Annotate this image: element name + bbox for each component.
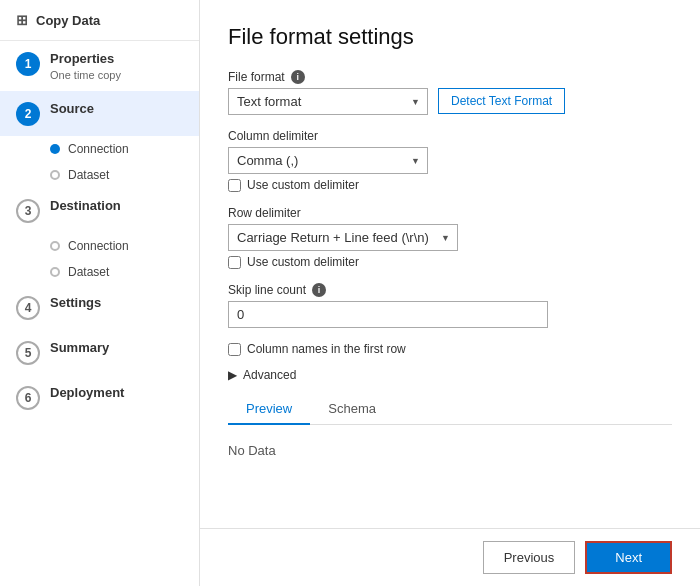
column-delimiter-select[interactable]: Comma (,) Tab (\t) Semicolon (;) Pipe (|… <box>228 147 428 174</box>
file-format-select-wrapper: Text format JSON format Avro format ORC … <box>228 88 428 115</box>
step-6-label: Deployment <box>50 385 124 402</box>
dest-dataset-dot <box>50 267 60 277</box>
file-format-select[interactable]: Text format JSON format Avro format ORC … <box>228 88 428 115</box>
step-circle-2: 2 <box>16 102 40 126</box>
connection-label: Connection <box>68 142 129 156</box>
step-1-label: Properties <box>50 51 121 68</box>
column-custom-delimiter-checkbox[interactable] <box>228 179 241 192</box>
sidebar-sub-connection[interactable]: Connection <box>0 136 199 162</box>
row-custom-delimiter-label: Use custom delimiter <box>247 255 359 269</box>
page-title: File format settings <box>228 24 672 50</box>
step-1-subtitle: One time copy <box>50 69 121 81</box>
copy-data-icon: ⊞ <box>16 12 28 28</box>
sidebar-item-properties[interactable]: 1 Properties One time copy <box>0 41 199 91</box>
step-circle-5: 5 <box>16 341 40 365</box>
connection-dot <box>50 144 60 154</box>
file-format-label: File format i <box>228 70 672 84</box>
chevron-right-icon: ▶ <box>228 368 237 382</box>
sidebar-sub-dest-connection[interactable]: Connection <box>0 233 199 259</box>
dest-dataset-label: Dataset <box>68 265 109 279</box>
sidebar-header: ⊞ Copy Data <box>0 0 199 41</box>
sidebar-item-settings[interactable]: 4 Settings <box>0 285 199 330</box>
row-delimiter-select-wrapper: Carriage Return + Line feed (\r\n) Line … <box>228 224 458 251</box>
skip-line-count-field: Skip line count i <box>228 283 672 328</box>
column-delimiter-label: Column delimiter <box>228 129 672 143</box>
dataset-label: Dataset <box>68 168 109 182</box>
step-circle-1: 1 <box>16 52 40 76</box>
step-circle-3: 3 <box>16 199 40 223</box>
row-custom-delimiter-checkbox[interactable] <box>228 256 241 269</box>
dataset-dot <box>50 170 60 180</box>
tab-preview[interactable]: Preview <box>228 394 310 425</box>
skip-line-count-input[interactable] <box>228 301 548 328</box>
preview-no-data: No Data <box>228 435 672 466</box>
sidebar-sub-dataset[interactable]: Dataset <box>0 162 199 188</box>
row-delimiter-field: Row delimiter Carriage Return + Line fee… <box>228 206 672 269</box>
column-custom-delimiter-label: Use custom delimiter <box>247 178 359 192</box>
step-circle-4: 4 <box>16 296 40 320</box>
step-circle-6: 6 <box>16 386 40 410</box>
tab-schema[interactable]: Schema <box>310 394 394 425</box>
sidebar-item-destination[interactable]: 3 Destination <box>0 188 199 233</box>
column-names-first-row-row: Column names in the first row <box>228 342 672 356</box>
next-button[interactable]: Next <box>585 541 672 574</box>
main-content: File format settings File format i Text … <box>200 0 700 528</box>
row-custom-delimiter-row: Use custom delimiter <box>228 255 672 269</box>
column-delimiter-select-wrapper: Comma (,) Tab (\t) Semicolon (;) Pipe (|… <box>228 147 428 174</box>
column-delimiter-field: Column delimiter Comma (,) Tab (\t) Semi… <box>228 129 672 192</box>
sidebar-sub-dest-dataset[interactable]: Dataset <box>0 259 199 285</box>
dest-connection-label: Connection <box>68 239 129 253</box>
file-format-info-icon[interactable]: i <box>291 70 305 84</box>
sidebar: ⊞ Copy Data 1 Properties One time copy 2… <box>0 0 200 586</box>
sidebar-nav: 1 Properties One time copy 2 Source Conn… <box>0 41 199 586</box>
sidebar-item-source[interactable]: 2 Source <box>0 91 199 136</box>
column-names-first-row-checkbox[interactable] <box>228 343 241 356</box>
step-2-label: Source <box>50 101 94 118</box>
footer: Previous Next <box>200 528 700 586</box>
column-custom-delimiter-row: Use custom delimiter <box>228 178 672 192</box>
previous-button[interactable]: Previous <box>483 541 576 574</box>
detect-text-format-button[interactable]: Detect Text Format <box>438 88 565 114</box>
row-delimiter-label: Row delimiter <box>228 206 672 220</box>
step-3-label: Destination <box>50 198 121 215</box>
sidebar-item-deployment[interactable]: 6 Deployment <box>0 375 199 420</box>
column-names-first-row-label: Column names in the first row <box>247 342 406 356</box>
row-delimiter-select[interactable]: Carriage Return + Line feed (\r\n) Line … <box>228 224 458 251</box>
sidebar-item-summary[interactable]: 5 Summary <box>0 330 199 375</box>
step-4-label: Settings <box>50 295 101 312</box>
advanced-label: Advanced <box>243 368 296 382</box>
tabs-row: Preview Schema <box>228 394 672 425</box>
advanced-toggle[interactable]: ▶ Advanced <box>228 368 672 382</box>
dest-connection-dot <box>50 241 60 251</box>
file-format-field: File format i Text format JSON format Av… <box>228 70 672 115</box>
step-5-label: Summary <box>50 340 109 357</box>
skip-line-count-info-icon[interactable]: i <box>312 283 326 297</box>
skip-line-count-label: Skip line count i <box>228 283 672 297</box>
main-panel: File format settings File format i Text … <box>200 0 700 586</box>
app-title: Copy Data <box>36 13 100 28</box>
